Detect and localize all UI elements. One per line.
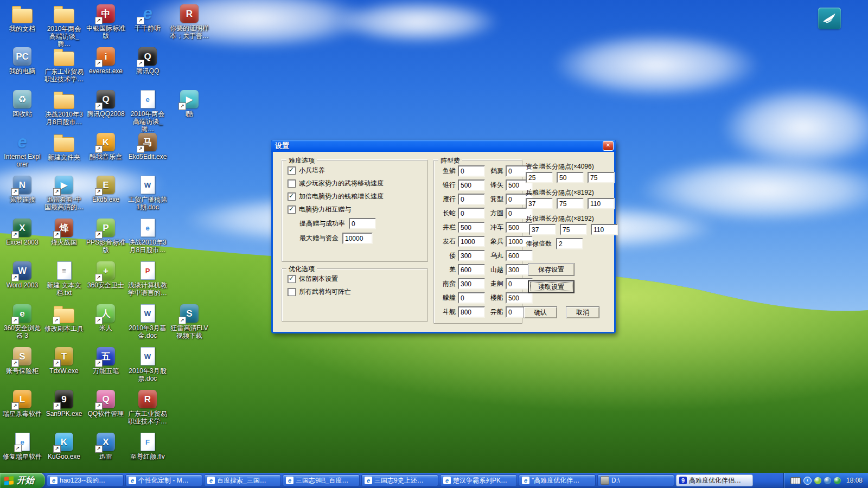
- formation-cost-input[interactable]: [458, 278, 485, 290]
- formation-cost-input[interactable]: [458, 179, 485, 191]
- growth-divider-input[interactable]: [529, 224, 556, 235]
- desktop-icon-san9pk-exe[interactable]: 9↗San9PK.exe: [44, 390, 84, 418]
- cancel-button[interactable]: 取消: [566, 306, 599, 318]
- desktop-icon-360-browser-3[interactable]: e↗360安全浏览器 3: [2, 304, 42, 339]
- desktop-icon-label: Internet Explorer: [2, 153, 42, 168]
- desktop-icon-fund-2010-doc[interactable]: W2010年3月基金.doc: [127, 304, 168, 339]
- desktop-icon-wanneng-wubi[interactable]: 五↗万能五笔: [86, 347, 126, 375]
- desktop-icon-ekd5-exe[interactable]: E↗Ekd5.exe: [86, 176, 126, 203]
- task-button-6[interactable]: e"高难度优化伴…: [519, 474, 596, 486]
- desktop-icon-pdf-teaching-language[interactable]: P浅谈计算机教学中语言的…: [127, 261, 168, 297]
- clock[interactable]: 18:08: [844, 477, 863, 484]
- formation-cost-input[interactable]: [458, 165, 485, 177]
- desktop-icon-ie-doc-lianghui[interactable]: e2010年两会高端访谈_腾…: [127, 90, 168, 133]
- save-settings-button[interactable]: 保存设置: [528, 263, 575, 276]
- desktop-icon-zhizun-hongyan-flv[interactable]: F至尊红颜.flv: [127, 433, 168, 460]
- start-button[interactable]: 开始: [0, 473, 45, 488]
- growth-divider-input[interactable]: [526, 172, 553, 183]
- desktop-icon-gongmao-broadcast-doc[interactable]: W工贸广播稿第1期.doc: [127, 176, 168, 211]
- task-button-2[interactable]: e百度搜索_三国…: [204, 474, 281, 486]
- growth-divider-input[interactable]: [560, 224, 587, 235]
- growth-divider-input[interactable]: [526, 198, 553, 209]
- desktop-icon-360-safety-guard[interactable]: +↗360安全卫士: [86, 261, 126, 289]
- desktop-icon-internet-explorer[interactable]: eInternet Explorer: [2, 133, 42, 168]
- formation-cost-input[interactable]: [458, 250, 485, 261]
- desktop-icon-xunlei[interactable]: X↗迅雷: [86, 433, 126, 460]
- task-button-8[interactable]: 9高难度优化伴侣…: [676, 474, 753, 486]
- desktop-icon-rar-gd-trade[interactable]: R广东工业贸易职业技术学…: [127, 390, 168, 425]
- desktop-icon-my-computer[interactable]: PC我的电脑: [2, 47, 42, 75]
- desktop-icon-kugoo-exe[interactable]: K↗KuGoo.exe: [44, 433, 84, 460]
- formation-cost-input[interactable]: [458, 208, 485, 219]
- desktop-icon-kuwo-music[interactable]: K↗酷我音乐盒: [86, 133, 126, 160]
- kuwo-music-icon: K↗: [97, 133, 115, 151]
- task-button-0[interactable]: ehao123--我的…: [47, 474, 124, 486]
- desktop-icon-excel-2003[interactable]: X↗Excel 2003: [2, 219, 42, 246]
- difficulty-checkbox-0[interactable]: ✓: [288, 166, 296, 175]
- difficulty-checkbox-2[interactable]: ✓: [288, 192, 296, 201]
- growth-divider-input[interactable]: [591, 224, 618, 235]
- desktop-icon-broadband-connection[interactable]: N↗宽带连接: [2, 176, 42, 203]
- formation-cost-input[interactable]: [458, 194, 485, 205]
- formation-cost-input[interactable]: [458, 236, 485, 247]
- desktop-icon-folder-lianghui[interactable]: 2010年两会高端访谈_腾…: [44, 4, 84, 48]
- shortcut-arrow-icon: ↗: [53, 359, 61, 367]
- desktop-icon-boc-international[interactable]: 中↗中银国际标准版: [86, 4, 126, 40]
- difficulty-checkbox-1[interactable]: [288, 179, 296, 188]
- task-button-7[interactable]: D:\: [597, 474, 674, 486]
- salary-multiplier-input[interactable]: [556, 238, 583, 249]
- difficulty-checkbox-3[interactable]: ✓: [288, 206, 296, 214]
- desktop-icon-fenghuo-zhanguo[interactable]: 烽↗烽火战国: [44, 219, 84, 246]
- desktop-icon-everest-exe[interactable]: i↗everest.exe: [86, 47, 126, 75]
- desktop-icon-ekd5edit-exe[interactable]: 马↗Ekd5Edit.exe: [127, 133, 168, 160]
- desktop-icon-label: Ekd5Edit.exe: [127, 153, 168, 160]
- desktop-icon-qianqian-ting[interactable]: e↗千千静听: [127, 4, 168, 32]
- rising-umbrella-tray-icon[interactable]: [834, 477, 841, 484]
- desktop-icon-miren[interactable]: 人↗米人: [86, 304, 126, 332]
- desktop-icon-rising-antivirus[interactable]: L↗瑞星杀毒软件: [2, 390, 42, 418]
- task-button-5[interactable]: e楚汉争霸系列PK…: [440, 474, 517, 486]
- task-button-4[interactable]: e三国志9史上还…: [361, 474, 438, 486]
- desktop-icon-pps-player[interactable]: P↗PPS影音标准版: [86, 219, 126, 254]
- growth-divider-input[interactable]: [557, 198, 584, 209]
- network-globe-tray-icon[interactable]: [824, 477, 831, 484]
- growth-divider-input[interactable]: [588, 172, 615, 183]
- growth-divider-input[interactable]: [588, 198, 615, 209]
- desktop-icon-script-edit-tool[interactable]: ↗修改剧本工具: [44, 304, 84, 332]
- desktop-icon-folder-gd-trade[interactable]: 广东工业贸易职业技术学…: [44, 47, 84, 83]
- desktop-icon-my-documents[interactable]: 我的文档: [2, 4, 42, 33]
- desktop-icon-ie-doc-juezhan[interactable]: e决战2010年3月8日股市…: [127, 219, 168, 254]
- desktop-icon-xunlei-kankan[interactable]: ▶↗迅雷看看-中国最高清的…: [44, 176, 84, 211]
- task-button-3[interactable]: e三国志9吧_百度…: [283, 474, 360, 486]
- desktop-icon-kuanglei-flv-download[interactable]: S↗狂雷高清FLV视频下载: [169, 304, 209, 339]
- desktop-icon-word-2003[interactable]: W↗Word 2003: [2, 261, 42, 289]
- desktop-icon-folder-stock-0308[interactable]: 决战2010年3月8日股市…: [44, 90, 84, 126]
- confirm-button[interactable]: 确认: [524, 306, 557, 318]
- desktop-icon-tencent-qq[interactable]: Q↗腾讯QQ: [127, 47, 168, 75]
- load-settings-button[interactable]: 读取设置: [528, 280, 575, 293]
- formation-cost-input[interactable]: [458, 222, 485, 233]
- desktop-icon-stock-2010-doc[interactable]: W2010年3月股票.doc: [127, 347, 168, 382]
- desktop-icon-tdxw-exe[interactable]: T↗TdxW.exe: [44, 347, 84, 375]
- desktop-icon-rar-zhengming[interactable]: R你要的证明样本；关于普…: [169, 4, 209, 40]
- desktop-icon-i-ku[interactable]: ▶↗i酷: [169, 90, 209, 118]
- desktop-icon-new-folder[interactable]: 新建文件夹: [44, 133, 84, 161]
- formation-cost-input[interactable]: [458, 306, 485, 318]
- desktop-icon-qq-software-manager[interactable]: Q↗QQ软件管理: [86, 390, 126, 418]
- desktop-icon-recycle-bin[interactable]: ♻回收站: [2, 90, 42, 118]
- desktop-icon-tencent-qq2008[interactable]: Q↗腾讯QQ2008: [86, 90, 126, 118]
- growth-divider-input[interactable]: [557, 172, 584, 183]
- thunder-tray-icon[interactable]: [814, 477, 821, 484]
- max-gift-funds-input[interactable]: [342, 233, 373, 244]
- desktop-icon-account-safe[interactable]: S↗账号保险柜: [2, 347, 42, 375]
- input-keyboard-icon[interactable]: [790, 477, 801, 484]
- optimization-checkbox-1[interactable]: [288, 288, 296, 296]
- task-button-1[interactable]: e个性化定制 - M…: [125, 474, 202, 486]
- desktop-icon-repair-rising[interactable]: e↗修复瑞星软件: [2, 433, 42, 460]
- hide-icons-chevron-icon[interactable]: ‹: [803, 477, 812, 485]
- desktop-icon-new-text-doc[interactable]: ≡新建 文本文档.txt: [44, 261, 84, 297]
- formation-cost-input[interactable]: [458, 292, 485, 304]
- gift-success-rate-input[interactable]: [349, 218, 376, 229]
- optimization-checkbox-0[interactable]: ✓: [288, 275, 296, 283]
- formation-cost-input[interactable]: [458, 264, 485, 275]
